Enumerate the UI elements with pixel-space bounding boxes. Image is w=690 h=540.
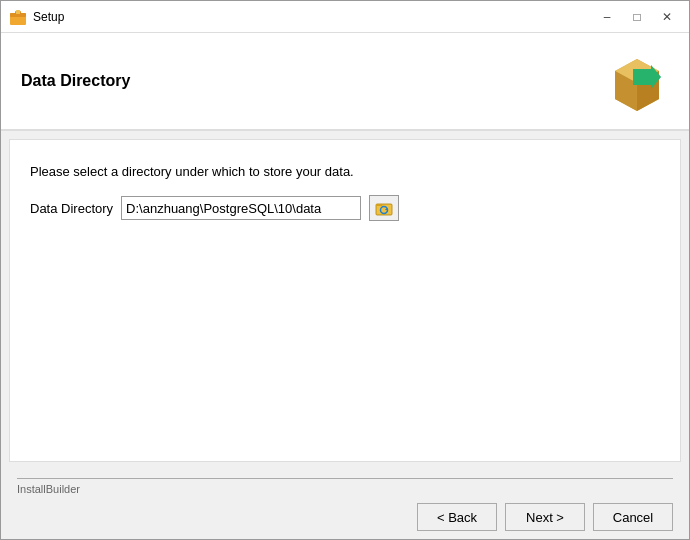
title-bar: Setup – □ ✕	[1, 1, 689, 33]
browse-icon	[375, 199, 393, 217]
content-area: Please select a directory under which to…	[9, 139, 681, 462]
back-button[interactable]: < Back	[417, 503, 497, 531]
description-text: Please select a directory under which to…	[30, 164, 660, 179]
page-title: Data Directory	[21, 72, 130, 90]
header-icon	[605, 49, 669, 113]
setup-window: Setup – □ ✕ Data Directory Please select…	[0, 0, 690, 540]
directory-field-row: Data Directory	[30, 195, 660, 221]
app-icon	[9, 8, 27, 26]
cancel-button[interactable]: Cancel	[593, 503, 673, 531]
installbuilder-label: InstallBuilder	[17, 478, 673, 495]
header-area: Data Directory	[1, 33, 689, 131]
minimize-button[interactable]: –	[593, 6, 621, 28]
footer-buttons: < Back Next > Cancel	[17, 503, 673, 531]
directory-input[interactable]	[121, 196, 361, 220]
window-controls: – □ ✕	[593, 6, 681, 28]
close-button[interactable]: ✕	[653, 6, 681, 28]
next-button[interactable]: Next >	[505, 503, 585, 531]
svg-rect-3	[16, 10, 20, 14]
svg-marker-11	[376, 204, 383, 206]
maximize-button[interactable]: □	[623, 6, 651, 28]
browse-button[interactable]	[369, 195, 399, 221]
footer: InstallBuilder < Back Next > Cancel	[1, 470, 689, 539]
directory-label: Data Directory	[30, 201, 113, 216]
window-title: Setup	[33, 10, 593, 24]
